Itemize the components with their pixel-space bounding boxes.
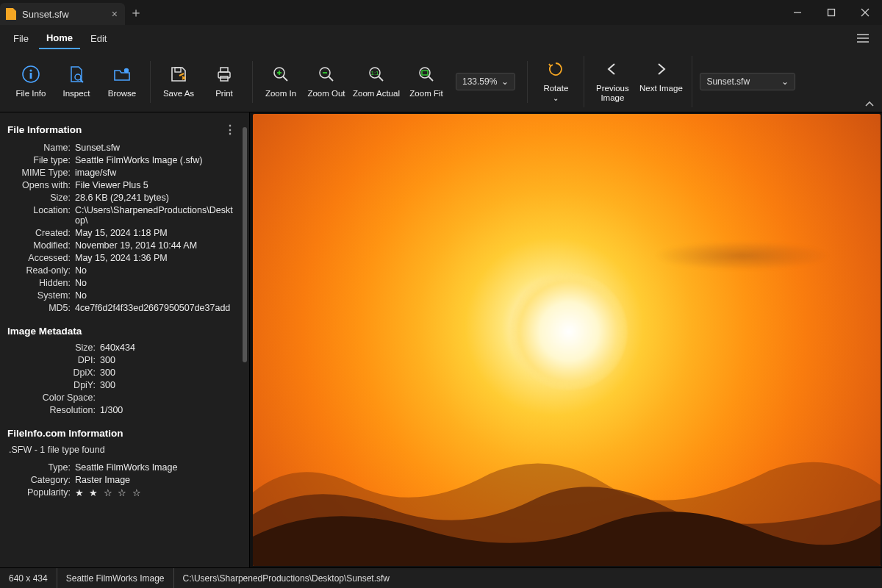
close-window-button[interactable] [848, 0, 882, 25]
document-icon [6, 8, 16, 20]
menu-edit[interactable]: Edit [83, 29, 114, 49]
label-md5: MD5: [7, 303, 71, 313]
svg-point-10 [75, 74, 81, 80]
filetype-found: .SFW - 1 file type found [7, 443, 236, 461]
svg-line-22 [329, 76, 333, 81]
value-popularity: ★ ★ ☆ ☆ ☆ [75, 487, 236, 498]
previous-image-button[interactable]: Previous Image [590, 56, 634, 107]
label-popularity: Popularity: [7, 487, 71, 498]
chevron-left-icon [602, 59, 623, 79]
value-colorspace [100, 392, 236, 403]
rotate-button[interactable]: Rotate⌄ [534, 56, 578, 107]
browse-button[interactable]: Browse [100, 61, 144, 103]
value-dpiy: 300 [100, 380, 236, 390]
label-dpiy: DpiY: [7, 380, 96, 390]
svg-point-8 [29, 69, 32, 71]
file-information-header: File Information ⋮ [7, 118, 236, 141]
rotate-icon [545, 59, 566, 79]
label-hidden: Hidden: [7, 278, 71, 288]
save-as-label: Save As [163, 89, 194, 98]
svg-point-27 [420, 68, 430, 78]
menubar: File Home Edit [0, 25, 882, 51]
zoom-actual-label: Zoom Actual [353, 89, 400, 98]
label-dpix: DpiX: [7, 368, 96, 378]
svg-rect-15 [220, 68, 228, 72]
status-filetype: Seattle FilmWorks Image [57, 568, 174, 588]
zoom-out-button[interactable]: Zoom Out [304, 61, 348, 103]
sidebar-scrollbar[interactable] [240, 112, 249, 567]
zoom-out-icon [316, 64, 337, 85]
label-readonly: Read-only: [7, 265, 71, 276]
print-icon [214, 64, 234, 85]
value-location: C:\Users\SharpenedProductions\Desktop\ [75, 205, 236, 226]
value-opens-with: File Viewer Plus 5 [75, 180, 236, 190]
status-bar: 640 x 434 Seattle FilmWorks Image C:\Use… [0, 567, 882, 588]
browse-label: Browse [108, 89, 136, 98]
zoom-fit-icon [416, 64, 437, 85]
image-canvas[interactable] [250, 112, 882, 567]
tab-title: Sunset.sfw [22, 9, 69, 20]
cloud-decor [654, 241, 831, 270]
mountains-decor [253, 404, 881, 566]
label-filetype: File type: [7, 155, 71, 165]
label-size: Size: [7, 193, 71, 203]
sun-decor [510, 273, 628, 390]
zoom-fit-label: Zoom Fit [409, 89, 442, 98]
maximize-button[interactable] [814, 0, 848, 25]
fileinfo-com-header: FileInfo.com Information [7, 423, 236, 443]
file-info-label: File Info [16, 89, 46, 98]
rotate-label: Rotate⌄ [543, 84, 568, 103]
close-tab-icon[interactable]: × [112, 8, 118, 20]
chevron-down-icon: ⌄ [501, 76, 509, 87]
scrollbar-thumb[interactable] [243, 127, 247, 362]
document-tab[interactable]: Sunset.sfw × [0, 3, 125, 25]
svg-line-28 [429, 76, 433, 81]
titlebar: Sunset.sfw × ＋ [0, 0, 882, 25]
main-area: File Information ⋮ Name:Sunset.sfw File … [0, 112, 882, 567]
collapse-ribbon-button[interactable] [864, 100, 875, 107]
status-dimensions: 640 x 434 [0, 568, 57, 588]
value-hidden: No [75, 278, 236, 288]
value-modified: November 19, 2014 10:44 AM [75, 240, 236, 251]
label-img-size: Size: [7, 343, 96, 353]
next-image-button[interactable]: Next Image [636, 56, 686, 107]
hamburger-icon[interactable] [850, 29, 876, 47]
panel-menu-icon[interactable]: ⋮ [224, 123, 236, 137]
label-category: Category: [7, 475, 71, 485]
value-img-size: 640x434 [100, 343, 236, 353]
svg-rect-16 [220, 76, 228, 81]
minimize-button[interactable] [781, 0, 814, 25]
zoom-fit-button[interactable]: Zoom Fit [404, 61, 448, 103]
zoom-level-value: 133.59% [462, 76, 497, 87]
value-category: Raster Image [75, 475, 236, 485]
svg-text:1:1: 1:1 [370, 70, 379, 76]
inspect-button[interactable]: Inspect [54, 61, 98, 103]
new-tab-button[interactable]: ＋ [125, 0, 147, 25]
label-accessed: Accessed: [7, 253, 71, 263]
print-button[interactable]: Print [202, 61, 246, 103]
zoom-actual-icon: 1:1 [366, 64, 387, 85]
chevron-down-icon: ⌄ [781, 76, 789, 87]
zoom-in-icon [270, 64, 291, 85]
label-created: Created: [7, 228, 71, 238]
menu-home[interactable]: Home [39, 28, 80, 49]
value-mime: image/sfw [75, 168, 236, 178]
file-info-button[interactable]: File Info [9, 61, 53, 103]
label-type: Type: [7, 462, 71, 473]
save-as-button[interactable]: Save As [157, 61, 201, 103]
label-opens-with: Opens with: [7, 180, 71, 190]
value-readonly: No [75, 265, 236, 276]
svg-line-18 [283, 76, 287, 81]
file-selector-value: Sunset.sfw [706, 76, 750, 87]
svg-point-12 [124, 68, 129, 72]
info-icon [21, 64, 41, 85]
file-selector-dropdown[interactable]: Sunset.sfw ⌄ [700, 73, 795, 90]
zoom-actual-button[interactable]: 1:1 Zoom Actual [350, 61, 403, 103]
menu-file[interactable]: File [6, 29, 36, 49]
zoom-level-dropdown[interactable]: 133.59% ⌄ [456, 73, 515, 90]
zoom-in-button[interactable]: Zoom In [259, 61, 303, 103]
info-sidebar: File Information ⋮ Name:Sunset.sfw File … [0, 112, 250, 567]
svg-rect-29 [422, 71, 428, 75]
label-resolution: Resolution: [7, 405, 96, 415]
chevron-down-icon: ⌄ [553, 94, 559, 102]
